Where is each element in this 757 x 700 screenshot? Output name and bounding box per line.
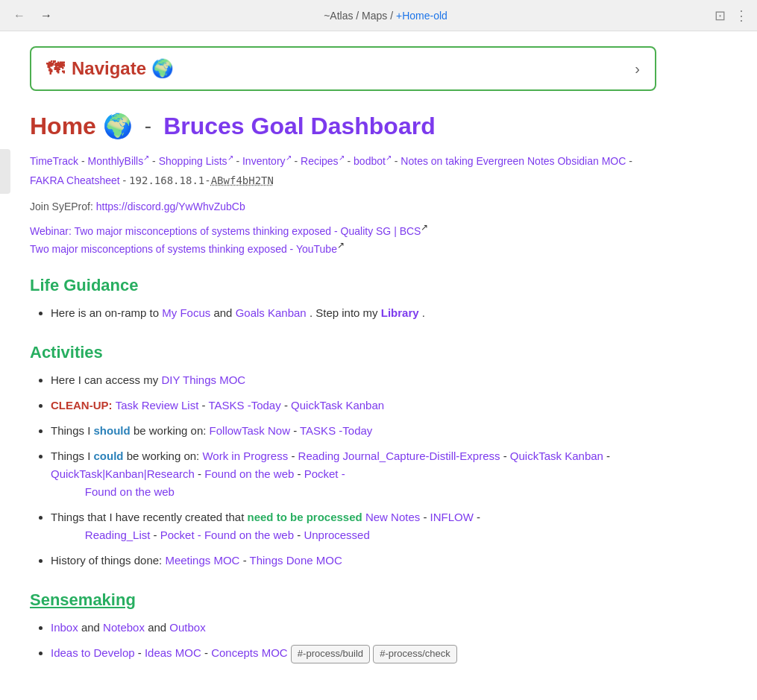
- quicktask-kanban-link-1[interactable]: QuickTask Kanban: [291, 399, 384, 412]
- sensemaking-item-1: Inbox and Notebox and Outbox: [51, 619, 656, 637]
- browser-actions: ⊡ ⋮: [714, 7, 748, 24]
- life-guidance-item: Here is an on-ramp to My Focus and Goals…: [51, 304, 656, 322]
- sep: -: [138, 646, 145, 659]
- ip-address: 192.168.18.1-ABwf4bH2TN: [129, 174, 274, 186]
- timetrack-link[interactable]: TimeTrack: [30, 155, 78, 167]
- discord-link[interactable]: https://discord.gg/YwWhvZubCb: [96, 201, 245, 212]
- could-word: could: [94, 450, 124, 462]
- nav-links-row: TimeTrack - MonthlyBills↗ - Shopping Lis…: [30, 151, 656, 191]
- sep: -: [606, 450, 610, 462]
- things-done-moc-link[interactable]: Things Done MOC: [250, 554, 342, 567]
- process-prefix: Things that I have recently created that: [51, 511, 247, 523]
- tag-badge-process-check[interactable]: #-process/check: [373, 645, 457, 663]
- home-old-link[interactable]: +Home-old: [396, 10, 447, 22]
- ext-icon: ↗: [143, 154, 149, 162]
- sep: -: [243, 554, 250, 567]
- notebox-link[interactable]: Notebox: [103, 621, 145, 634]
- page-title-row: Home 🌍 - Bruces Goal Dashboard: [30, 112, 656, 140]
- inflow-link[interactable]: INFLOW: [430, 511, 474, 523]
- followtask-now-link[interactable]: FollowTask Now: [210, 424, 290, 437]
- notes-evergreen-link[interactable]: Notes on taking Evergreen Notes: [401, 155, 554, 167]
- tag-badge-process-build[interactable]: #-process/build: [291, 645, 370, 663]
- sep: -: [423, 511, 430, 523]
- sep: -: [198, 467, 204, 480]
- tasks-today-link-2[interactable]: TASKS -Today: [300, 424, 372, 437]
- meetings-moc-link[interactable]: Meetings MOC: [165, 554, 239, 567]
- ext-icon: ↗: [286, 154, 292, 162]
- bodbot-link[interactable]: bodbot: [354, 155, 386, 167]
- outbox-link[interactable]: Outbox: [169, 621, 205, 634]
- pocket-found-link-1[interactable]: Pocket -: [304, 467, 345, 480]
- navigate-label: Navigate 🌍: [72, 58, 174, 79]
- webinar-link-1[interactable]: Webinar: Two major misconceptions of sys…: [30, 225, 421, 237]
- navigate-box[interactable]: 🗺 Navigate 🌍 ›: [30, 46, 656, 91]
- join-row: Join SyEProf: https://discord.gg/YwWhvZu…: [30, 197, 656, 217]
- shopping-lists-link[interactable]: Shopping Lists: [159, 155, 227, 167]
- browser-chrome: ← → ~Atlas / Maps / +Home-old ⊡ ⋮: [0, 0, 757, 31]
- concepts-moc-link[interactable]: Concepts MOC: [211, 646, 288, 659]
- tasks-today-link-1[interactable]: TASKS -Today: [208, 399, 280, 412]
- ideas-moc-link[interactable]: Ideas MOC: [145, 646, 201, 659]
- sep: -: [477, 511, 480, 523]
- my-focus-link[interactable]: My Focus: [162, 306, 210, 319]
- webinar-links: Webinar: Two major misconceptions of sys…: [30, 222, 656, 237]
- should-prefix: Things I: [51, 424, 94, 437]
- activities-item-6: History of things done: Meetings MOC - T…: [51, 552, 656, 570]
- sensemaking-section: Sensemaking Inbox and Notebox and Outbox…: [30, 590, 656, 663]
- sensemaking-heading: Sensemaking: [30, 590, 656, 610]
- life-guidance-section: Life Guidance Here is an on-ramp to My F…: [30, 276, 656, 322]
- step-text: . Step into my: [310, 306, 381, 319]
- new-notes-link[interactable]: New Notes: [365, 511, 420, 523]
- obsidian-moc-link[interactable]: Obsidian MOC: [557, 155, 626, 167]
- back-button[interactable]: ←: [9, 7, 30, 24]
- sep: -: [284, 399, 291, 412]
- reading-journal-link[interactable]: Reading Journal_Capture-Distill-Express: [298, 450, 500, 462]
- work-in-progress-link[interactable]: Work in Progress: [202, 450, 288, 462]
- address-text: ~Atlas / Maps / +Home-old: [324, 10, 447, 22]
- sensemaking-item-2: Ideas to Develop - Ideas MOC - Concepts …: [51, 644, 656, 663]
- youtube-link[interactable]: Two major misconceptions of systems thin…: [30, 243, 337, 255]
- left-panel-handle[interactable]: [0, 149, 10, 194]
- period: .: [422, 306, 425, 319]
- sep: -: [503, 450, 510, 462]
- map-icon: 🗺: [46, 58, 64, 79]
- youtube-link-row: Two major misconceptions of systems thin…: [30, 240, 656, 255]
- quicktask-kanban-research-link[interactable]: QuickTask|Kanban|Research: [51, 467, 195, 480]
- goals-kanban-link[interactable]: Goals Kanban: [236, 306, 307, 319]
- life-guidance-heading: Life Guidance: [30, 276, 656, 295]
- activities-item-3: Things I should be working on: FollowTas…: [51, 422, 656, 440]
- sep: -: [293, 424, 300, 437]
- fakra-link[interactable]: FAKRA Cheatsheet: [30, 174, 120, 186]
- library-link[interactable]: Library: [381, 306, 419, 319]
- sep: -: [154, 529, 160, 541]
- cleanup-label: CLEAN-UP:: [51, 399, 116, 412]
- activities-heading: Activities: [30, 343, 656, 362]
- task-review-list-link[interactable]: Task Review List: [116, 399, 199, 412]
- monthlybills-link[interactable]: MonthlyBills: [88, 155, 144, 167]
- diy-things-moc-link[interactable]: DIY Things MOC: [161, 373, 245, 386]
- ideas-to-develop-link[interactable]: Ideas to Develop: [51, 646, 135, 659]
- dashboard-link[interactable]: Bruces Goal Dashboard: [163, 113, 436, 140]
- title-dash: -: [145, 114, 151, 138]
- recipes-link[interactable]: Recipes: [301, 155, 339, 167]
- quicktask-kanban-link-2[interactable]: QuickTask Kanban: [510, 450, 603, 462]
- unprocessed-link[interactable]: Unprocessed: [304, 529, 369, 541]
- pocket-found-link-3[interactable]: Pocket - Found on the web: [160, 529, 294, 541]
- reader-view-button[interactable]: ⊡: [714, 7, 726, 24]
- sep: -: [204, 646, 211, 659]
- ext-icon: ↗: [337, 240, 345, 250]
- pocket-found-link-2[interactable]: Found on the web: [85, 485, 175, 498]
- life-guidance-list: Here is an on-ramp to My Focus and Goals…: [30, 304, 656, 322]
- activities-item-2: CLEAN-UP: Task Review List - TASKS -Toda…: [51, 397, 656, 414]
- found-on-web-link-1[interactable]: Found on the web: [204, 467, 294, 480]
- navigate-box-title: 🗺 Navigate 🌍: [46, 58, 174, 79]
- inventory-link[interactable]: Inventory: [242, 155, 286, 167]
- sep: -: [298, 467, 304, 480]
- and-text: and: [213, 306, 235, 319]
- forward-button[interactable]: →: [36, 7, 57, 24]
- activities-section: Activities Here I can access my DIY Thin…: [30, 343, 656, 570]
- menu-button[interactable]: ⋮: [735, 7, 748, 24]
- inbox-link[interactable]: Inbox: [51, 621, 78, 634]
- activities-text-1: Here I can access my: [51, 373, 161, 386]
- reading-list-link[interactable]: Reading_List: [85, 529, 151, 541]
